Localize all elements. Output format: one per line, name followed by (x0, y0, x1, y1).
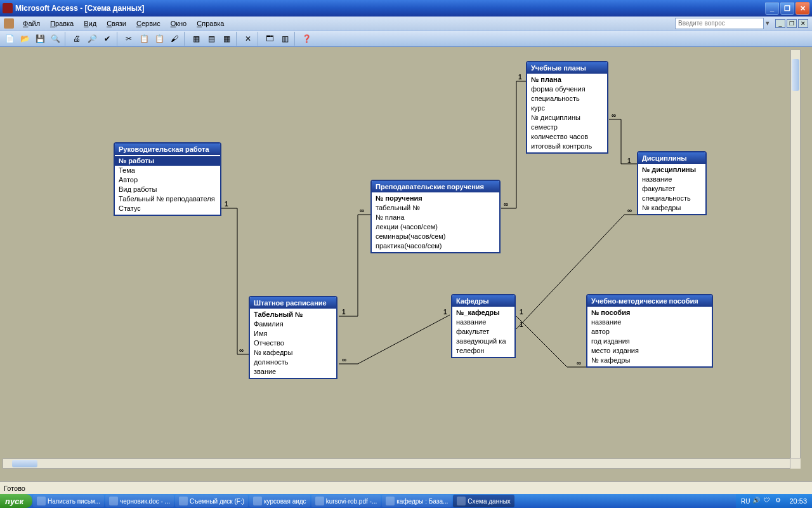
table-field[interactable]: табельный № (372, 203, 499, 213)
table-field[interactable]: №_кафедры (452, 308, 514, 318)
show-all-icon[interactable]: ▦ (219, 32, 233, 46)
table-field[interactable]: Табельный № преподавателя (115, 194, 220, 204)
show-table-icon[interactable]: ▦ (189, 32, 203, 46)
minimize-button[interactable]: _ (765, 2, 779, 15)
mdi-minimize-button[interactable]: _ (775, 19, 785, 28)
help-icon[interactable]: ❓ (299, 32, 313, 46)
table-field[interactable]: Статус (115, 204, 220, 213)
table-field[interactable]: лекции (часов/сем) (372, 222, 499, 232)
table-field[interactable]: № кафедры (587, 356, 712, 365)
table-field[interactable]: Табельный № (250, 310, 336, 319)
mdi-restore-button[interactable]: ❐ (787, 19, 797, 28)
table-field[interactable]: название (452, 318, 514, 327)
table-field[interactable]: № работы (115, 156, 220, 166)
table-header[interactable]: Руководительская работа (115, 144, 220, 155)
new-icon[interactable]: 📄 (3, 32, 16, 46)
spell-icon[interactable]: ✔ (100, 32, 114, 46)
table-disciplines[interactable]: Дисциплины№ дисциплиныназваниефакультетс… (637, 151, 707, 215)
table-field[interactable]: № кафедры (250, 348, 336, 358)
menu-item[interactable]: Окно (166, 18, 192, 29)
table-field[interactable]: Автор (115, 175, 220, 185)
table-field[interactable]: семестр (527, 123, 607, 132)
taskbar-item[interactable]: Написать письм... (33, 495, 104, 507)
taskbar-item[interactable]: курсовая аидс (249, 495, 310, 507)
table-header[interactable]: Преподавательские поручения (372, 181, 499, 192)
delete-icon[interactable]: ✕ (241, 32, 255, 46)
table-field[interactable]: год издания (587, 337, 712, 346)
system-tray[interactable]: RU 🔊 🛡 ⚙ 20:53 (736, 494, 812, 508)
horizontal-scrollbar[interactable] (3, 458, 790, 469)
table-field[interactable]: Вид работы (115, 185, 220, 194)
table-header[interactable]: Учебно-методические пособия (587, 295, 712, 307)
table-field[interactable]: телефон (452, 346, 514, 356)
taskbar-item[interactable]: черновик.doc - ... (105, 495, 174, 507)
table-teaching-assignments[interactable]: Преподавательские поручения№ порученията… (370, 180, 501, 253)
table-field[interactable]: Отчество (250, 338, 336, 348)
start-button[interactable]: пуск (0, 494, 32, 508)
table-field[interactable]: курс (527, 104, 607, 113)
clock[interactable]: 20:53 (789, 497, 807, 505)
table-field[interactable]: № дисциплины (638, 165, 705, 175)
table-field[interactable]: название (587, 318, 712, 327)
question-dropdown-icon[interactable]: ▾ (764, 19, 771, 27)
db-window-icon[interactable]: 🗔 (263, 32, 277, 46)
menu-item[interactable]: Связи (102, 18, 131, 29)
table-header[interactable]: Штатное расписание (250, 297, 336, 309)
table-field[interactable]: место издания (587, 346, 712, 356)
table-field[interactable]: специальность (527, 94, 607, 104)
table-departments[interactable]: Кафедры№_кафедрыназваниефакультетзаведую… (451, 294, 516, 358)
help-question-input[interactable] (675, 18, 764, 29)
table-field[interactable]: практика(часов/сем) (372, 241, 499, 251)
table-field[interactable]: автор (587, 327, 712, 337)
taskbar-item[interactable]: Схема данных (453, 495, 514, 507)
table-field[interactable]: № дисциплины (527, 113, 607, 123)
relationships-canvas[interactable]: 1 ∞ 1 ∞ ∞ 1 ∞ 1 ∞ 1 1 ∞ 1 ∞ Руководитель… (3, 50, 801, 469)
save-icon[interactable]: 💾 (33, 32, 47, 46)
table-field[interactable]: звание (250, 367, 336, 377)
menu-item[interactable]: Справка (192, 18, 229, 29)
print-icon[interactable]: 🖨 (70, 32, 84, 46)
table-field[interactable]: Тема (115, 166, 220, 175)
table-curricula[interactable]: Учебные планы№ планаформа обученияспециа… (526, 61, 608, 154)
new-object-icon[interactable]: ▥ (278, 32, 292, 46)
table-field[interactable]: № кафедры (638, 203, 705, 213)
table-header[interactable]: Учебные планы (527, 62, 607, 74)
file-search-icon[interactable]: 🔍 (48, 32, 62, 46)
table-field[interactable]: № плана (527, 75, 607, 84)
menu-item[interactable]: Сервис (131, 18, 166, 29)
show-direct-icon[interactable]: ▤ (204, 32, 218, 46)
paste-icon[interactable]: 📋 (152, 32, 166, 46)
table-field[interactable]: факультет (452, 327, 514, 337)
table-field[interactable]: факультет (638, 184, 705, 194)
format-painter-icon[interactable]: 🖌 (167, 32, 181, 46)
cut-icon[interactable]: ✂ (122, 32, 136, 46)
table-field[interactable]: семинары(часов/сем) (372, 232, 499, 241)
table-field[interactable]: № плана (372, 213, 499, 222)
table-supervisory-work[interactable]: Руководительская работа№ работыТемаАвтор… (114, 142, 221, 216)
table-field[interactable]: № поручения (372, 194, 499, 203)
tray-icon[interactable]: ⚙ (775, 497, 784, 505)
table-teaching-materials[interactable]: Учебно-методические пособия№ пособияназв… (586, 294, 713, 368)
language-indicator[interactable]: RU (741, 498, 750, 505)
table-field[interactable]: количество часов (527, 132, 607, 142)
table-field[interactable]: должность (250, 358, 336, 367)
table-field[interactable]: специальность (638, 194, 705, 203)
table-field[interactable]: № пособия (587, 308, 712, 318)
table-header[interactable]: Кафедры (452, 295, 514, 307)
menu-item[interactable]: Файл (18, 18, 45, 29)
menu-item[interactable]: Вид (79, 18, 102, 29)
taskbar-item[interactable]: Съемный диск (F:) (175, 495, 248, 507)
vertical-scrollbar[interactable] (790, 50, 801, 458)
tray-icon[interactable]: 🔊 (752, 497, 761, 505)
preview-icon[interactable]: 🔎 (85, 32, 99, 46)
open-icon[interactable]: 📂 (18, 32, 32, 46)
table-staffing[interactable]: Штатное расписаниеТабельный №ФамилияИмяО… (249, 296, 337, 379)
taskbar-item[interactable]: кафедры : База... (382, 495, 452, 507)
table-field[interactable]: итоговый контроль (527, 142, 607, 151)
table-field[interactable]: название (638, 175, 705, 184)
table-header[interactable]: Дисциплины (638, 152, 705, 164)
close-button[interactable]: ✕ (796, 2, 809, 15)
tray-icon[interactable]: 🛡 (764, 497, 773, 505)
mdi-close-button[interactable]: ✕ (798, 19, 808, 28)
maximize-button[interactable]: ❐ (780, 2, 794, 15)
